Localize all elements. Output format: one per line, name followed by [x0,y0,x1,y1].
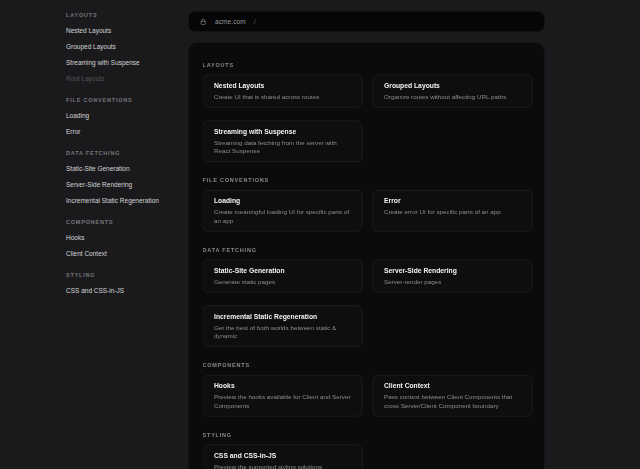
card-description: Generate static pages [214,278,351,287]
main-column: acme.com / LAYOUTSNested LayoutsCreate U… [188,0,545,469]
card-loading[interactable]: LoadingCreate meaningful loading UI for … [203,190,363,232]
card-description: Get the best of both worlds between stat… [214,324,351,341]
content-section-data-fetching: DATA FETCHINGStatic-Site GenerationGener… [203,246,533,348]
card-title: Grouped Layouts [384,81,521,90]
sidebar-item-loading[interactable]: Loading [66,108,188,124]
card-description: Preview the hooks available for Client a… [214,393,351,410]
card-streaming-with-suspense[interactable]: Streaming with SuspenseStreaming data fe… [203,121,363,163]
card-title: Nested Layouts [214,81,351,90]
content-section-layouts: LAYOUTSNested LayoutsCreate UI that is s… [203,61,533,163]
sidebar-item-server-side-rendering[interactable]: Server-Side Rendering [66,177,188,193]
content-section-header-components: COMPONENTS [203,361,533,369]
card-description: Streaming data fetching from the server … [214,139,351,156]
card-title: Static-Site Generation [214,266,351,275]
card-grouped-layouts[interactable]: Grouped LayoutsOrganize routes without a… [373,75,533,108]
card-title: Hooks [214,382,351,391]
card-title: Client Context [384,382,521,391]
sidebar-item-css-and-css-in-js[interactable]: CSS and CSS-in-JS [66,283,188,299]
card-grid: Static-Site GenerationGenerate static pa… [203,260,533,348]
content-section-components: COMPONENTSHooksPreview the hooks availab… [203,361,533,417]
card-description: Create error UI for specific parts of an… [384,208,521,217]
card-description: Pass context between Client Components t… [384,393,521,410]
sidebar-item-static-site-generation[interactable]: Static-Site Generation [66,161,188,177]
lock-icon [200,18,208,26]
card-grid: CSS and CSS-in-JSPreview the supported s… [203,445,533,469]
card-title: Server-Side Rendering [384,266,521,275]
sidebar-section-header-file-conventions: FILE CONVENTIONS [66,92,188,108]
sidebar-item-client-context[interactable]: Client Context [66,246,188,262]
card-hooks[interactable]: HooksPreview the hooks available for Cli… [203,375,363,417]
card-nested-layouts[interactable]: Nested LayoutsCreate UI that is shared a… [203,75,363,108]
content-section-header-file-conventions: FILE CONVENTIONS [203,176,533,184]
app-root: LAYOUTSNested LayoutsGrouped LayoutsStre… [0,0,640,469]
card-error[interactable]: ErrorCreate error UI for specific parts … [373,190,533,232]
card-incremental-static-regeneration[interactable]: Incremental Static RegenerationGet the b… [203,306,363,348]
sidebar-section-header-styling: STYLING [66,267,188,283]
content-section-header-layouts: LAYOUTS [203,61,533,69]
card-grid: LoadingCreate meaningful loading UI for … [203,190,533,232]
card-client-context[interactable]: Client ContextPass context between Clien… [373,375,533,417]
card-description: Organize routes without affecting URL pa… [384,93,521,102]
card-title: Loading [214,197,351,206]
card-grid: Nested LayoutsCreate UI that is shared a… [203,75,533,163]
card-server-side-rendering[interactable]: Server-Side RenderingServer-render pages [373,260,533,293]
content-section-header-data-fetching: DATA FETCHING [203,246,533,254]
address-path: / [254,18,256,26]
card-title: CSS and CSS-in-JS [214,451,351,460]
content-section-file-conventions: FILE CONVENTIONSLoadingCreate meaningful… [203,176,533,232]
sidebar-section-header-data-fetching: DATA FETCHING [66,145,188,161]
sidebar-section-header-layouts: LAYOUTS [66,7,188,23]
card-title: Incremental Static Regeneration [214,312,351,321]
content-section-styling: STYLINGCSS and CSS-in-JSPreview the supp… [203,431,533,469]
card-title: Error [384,197,521,206]
card-description: Server-render pages [384,278,521,287]
card-grid: HooksPreview the hooks available for Cli… [203,375,533,417]
sidebar-item-incremental-static-regeneration[interactable]: Incremental Static Regeneration [66,193,188,209]
card-css-and-css-in-js[interactable]: CSS and CSS-in-JSPreview the supported s… [203,445,363,469]
card-title: Streaming with Suspense [214,127,351,136]
sidebar-item-streaming-with-suspense[interactable]: Streaming with Suspense [66,55,188,71]
sidebar: LAYOUTSNested LayoutsGrouped LayoutsStre… [0,7,188,299]
card-description: Preview the supported styling solutions [214,463,351,469]
preview-panel: LAYOUTSNested LayoutsCreate UI that is s… [188,42,545,469]
sidebar-item-hooks[interactable]: Hooks [66,230,188,246]
address-bar: acme.com / [188,11,545,32]
sidebar-item-nested-layouts[interactable]: Nested Layouts [66,23,188,39]
address-domain: acme.com [215,18,246,26]
card-static-site-generation[interactable]: Static-Site GenerationGenerate static pa… [203,260,363,293]
sidebar-item-root-layouts[interactable]: Root Layouts [66,71,188,87]
sidebar-item-grouped-layouts[interactable]: Grouped Layouts [66,39,188,55]
sidebar-item-error[interactable]: Error [66,124,188,140]
sidebar-section-header-components: COMPONENTS [66,214,188,230]
card-description: Create meaningful loading UI for specifi… [214,208,351,225]
card-description: Create UI that is shared across routes [214,93,351,102]
content-section-header-styling: STYLING [203,431,533,439]
